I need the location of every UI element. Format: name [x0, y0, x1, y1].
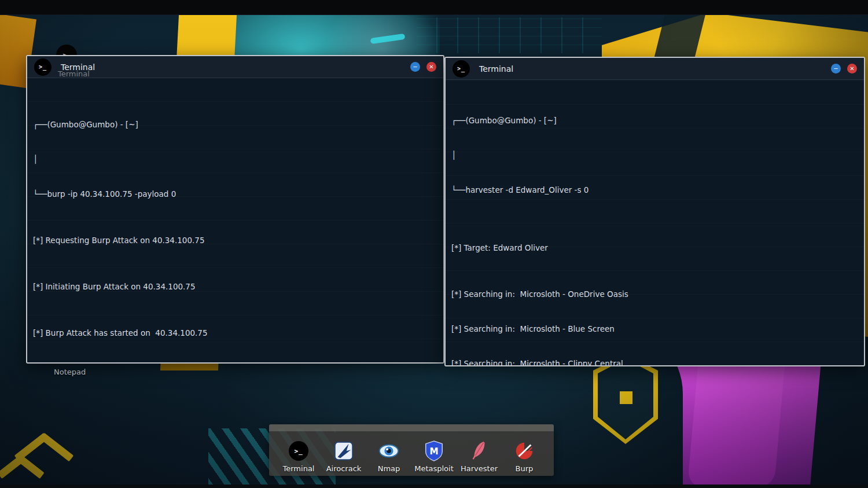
harvester-icon — [468, 440, 490, 462]
airocrack-icon — [333, 440, 355, 462]
terminal-window-right: >_ Terminal − ✕ ┌──(Gumbo@Gumbo) - [~] │… — [444, 57, 865, 366]
minimize-button[interactable]: − — [410, 62, 420, 72]
terminal-output[interactable]: ┌──(Gumbo@Gumbo) - [~] │ └──burp -ip 40.… — [27, 78, 443, 362]
dock-top-strip — [269, 424, 554, 431]
terminal-icon: >_ — [34, 58, 52, 76]
prompt-line: │ — [451, 149, 858, 161]
terminal-window-left: >_ Terminal − ✕ ┌──(Gumbo@Gumbo) - [~] │… — [26, 55, 444, 364]
terminal-icon-glyph: >_ — [457, 65, 465, 72]
top-bar — [0, 0, 868, 15]
notepad-window-title[interactable]: Notepad — [54, 368, 86, 376]
svg-text:M: M — [429, 446, 438, 457]
terminal-icon: >_ — [453, 60, 470, 78]
minimize-button[interactable]: − — [831, 64, 841, 74]
nmap-icon — [378, 440, 400, 462]
dock-item-nmap[interactable]: Nmap — [366, 440, 411, 473]
dock-label: Terminal — [283, 464, 315, 473]
dock-item-metasploit[interactable]: M Metasploit — [411, 440, 457, 473]
window-title: Terminal — [479, 64, 513, 74]
desktop: >_ Terminal Notepad >_ Terminal − ✕ ┌──(… — [0, 0, 868, 488]
dock-item-burp[interactable]: Burp — [502, 440, 547, 473]
prompt-command: └──harvester -d Edward_Oliver -s 0 — [451, 184, 858, 196]
output-line: [*] Searching in: Microsloth - Blue Scre… — [451, 323, 858, 335]
dock-label: Nmap — [378, 464, 400, 473]
dock-label: Burp — [516, 464, 534, 473]
titlebar[interactable]: >_ Terminal − ✕ — [446, 58, 864, 80]
dock: >_ Terminal Airocrack — [269, 424, 554, 476]
target-line: [*] Target: Edward Oliver — [451, 242, 858, 254]
dock-item-terminal[interactable]: >_ Terminal — [276, 440, 321, 473]
terminal-icon: >_ — [288, 440, 310, 462]
terminal-icon-circle: >_ — [289, 441, 308, 461]
dock-item-harvester[interactable]: Harvester — [457, 440, 502, 473]
dock-label: Harvester — [461, 464, 498, 473]
terminal-output[interactable]: ┌──(Gumbo@Gumbo) - [~] │ └──harvester -d… — [446, 80, 864, 365]
bottom-bar — [0, 485, 868, 488]
output-line: [*] Requesting Burp Attack on 40.34.100.… — [33, 234, 437, 246]
output-line: [*] Searching in: Microsloth - Clippy Ce… — [451, 358, 858, 365]
burp-icon — [513, 440, 535, 462]
dock-label: Metasploit — [414, 464, 454, 473]
dock-item-airocrack[interactable]: Airocrack — [321, 440, 366, 473]
prompt-line: │ — [33, 153, 437, 165]
terminal-icon-glyph: >_ — [294, 447, 303, 455]
dock-label: Airocrack — [326, 464, 362, 473]
output-line: [*] Initiating Burp Attack on 40.34.100.… — [33, 281, 437, 292]
terminal-icon-glyph: >_ — [39, 64, 47, 70]
prompt-line: ┌──(Gumbo@Gumbo) - [~] — [33, 119, 437, 130]
output-line: [*] Searching in: Microsloth - OneDrive … — [451, 288, 858, 300]
metasploit-icon: M — [423, 440, 445, 462]
prompt-command: └──burp -ip 40.34.100.75 -payload 0 — [33, 188, 437, 200]
background-window-title[interactable]: Terminal — [58, 69, 90, 78]
close-button[interactable]: ✕ — [426, 62, 436, 72]
prompt-line: ┌──(Gumbo@Gumbo) - [~] — [451, 115, 858, 126]
output-line: [*] Burp Attack has started on 40.34.100… — [33, 327, 437, 339]
close-button[interactable]: ✕ — [847, 64, 857, 74]
